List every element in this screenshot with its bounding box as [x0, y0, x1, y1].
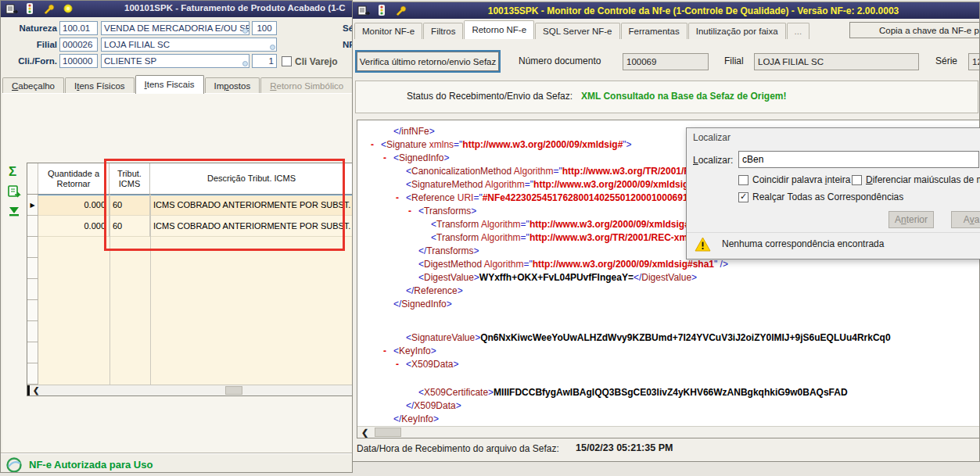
tab-filtros[interactable]: Filtros	[423, 23, 463, 39]
find-dialog-title: Localizar	[693, 132, 731, 143]
whole-word-checkbox[interactable]	[738, 175, 748, 185]
scrollbar-thumb[interactable]	[225, 386, 242, 395]
natureza-code-field[interactable]: 100.01	[59, 21, 98, 35]
traffic-light-icon[interactable]	[24, 3, 37, 15]
xml-hscrollbar[interactable]: ❮	[357, 426, 980, 438]
tab-itens-fisicos[interactable]: Itens Físicos	[65, 77, 135, 94]
xml-line: -<X509Data>	[357, 358, 980, 371]
tab-cabecalho[interactable]: Cabeçalho	[2, 77, 64, 94]
wrench-icon[interactable]	[395, 5, 407, 16]
tab-impostos[interactable]: Impostos	[205, 77, 260, 94]
xml-line: -<KeyInfo>	[357, 345, 980, 358]
datetime-value: 15/02/23 05:21:35 PM	[576, 442, 673, 453]
wrench-icon[interactable]	[43, 3, 56, 15]
export-icon[interactable]	[357, 5, 370, 16]
nfe-status-text: NF-e Autorizada para Uso	[29, 459, 153, 471]
scrollbar-thumb[interactable]	[375, 428, 401, 437]
tab-ferramentas[interactable]: Ferramentas	[621, 23, 687, 39]
whole-word-label: Coincidir palavra inteira	[752, 174, 850, 185]
tab-itens-fiscais[interactable]: Itens Fiscais	[135, 75, 204, 94]
xml-line: <DigestMethod Algorithm="http://www.w3.o…	[357, 258, 980, 271]
datetime-label: Data/Hora de Recebimento do arquivo da S…	[357, 443, 559, 454]
find-label: Localizar:	[693, 155, 733, 166]
right-window-title: 100135SPK - Monitor de Controle da Nf-e …	[488, 5, 899, 16]
xml-line: </SignedInfo>	[357, 298, 980, 311]
cli-loja-field[interactable]: 1	[252, 54, 277, 68]
find-dialog-titlebar[interactable]: Localizar	[687, 128, 980, 147]
lightbulb-icon[interactable]	[62, 3, 74, 15]
export-icon[interactable]	[5, 3, 18, 15]
tab-retorno-nfe[interactable]: Retorno NF-e	[464, 20, 534, 39]
row-header-cell	[27, 216, 38, 237]
filial-label: Filial	[2, 38, 57, 52]
cell-qty[interactable]: 0.000	[38, 195, 109, 216]
sefaz-status-panel: Status do Recebimento/Envio da Sefaz: XM…	[355, 81, 978, 113]
tab-monitor-nfe[interactable]: Monitor NF-e	[354, 23, 422, 39]
filial-label: Filial	[724, 55, 744, 66]
collapse-icon[interactable]: -	[371, 138, 381, 152]
cli-varejo-checkbox[interactable]	[282, 56, 292, 66]
left-window-title: 100101SPK - Faturamento de Produto Acaba…	[124, 3, 346, 13]
natureza-desc-field[interactable]: VENDA DE MERCADORIA E/OU SERVI	[101, 21, 249, 35]
statusbar-divider	[1, 453, 353, 454]
natureza-label: Natureza	[2, 21, 57, 36]
warning-icon	[695, 237, 711, 255]
scroll-left-icon[interactable]: ❮	[361, 428, 368, 438]
cli-forn-label: Cli./Forn.	[2, 54, 57, 69]
xml-line: <SignatureValue>Qn6NxKiwcWeeYoUwALHZdWvy…	[357, 331, 980, 345]
tab-inutilizacao[interactable]: Inutilização por faixa	[688, 23, 786, 39]
row-cursor-marker: ▶	[27, 195, 38, 216]
collapse-icon[interactable]: -	[383, 152, 393, 165]
collapse-icon[interactable]: -	[408, 205, 418, 218]
next-button[interactable]: Ava	[951, 211, 980, 228]
xml-line: </Reference>	[357, 285, 980, 298]
annotation-rectangle	[104, 159, 345, 251]
cell-qty[interactable]: 0.000	[38, 216, 109, 237]
cli-desc-field[interactable]: CLIENTE SP	[101, 54, 249, 68]
natureza-extra-field[interactable]: 100	[252, 21, 277, 35]
sefaz-status-label: Status do Recebimento/Envio da Sefaz:	[407, 91, 573, 102]
traffic-light-icon[interactable]	[376, 5, 389, 16]
numero-documento-label: Número documento	[519, 55, 601, 66]
collapse-icon[interactable]: -	[396, 358, 406, 371]
cli-code-field[interactable]: 100000	[59, 54, 98, 68]
cli-varejo-label: Cli Varejo	[295, 56, 338, 67]
goto-bottom-icon[interactable]	[8, 205, 20, 220]
filial-desc-field[interactable]: LOJA FILIAL SC	[101, 38, 277, 52]
highlight-all-checkbox[interactable]	[738, 192, 748, 202]
serie-field[interactable]: 12	[968, 53, 980, 70]
grid-corner-cell	[27, 163, 38, 194]
warning-text: Nenhuma correspondência encontrada	[722, 238, 884, 249]
collapse-icon[interactable]: -	[396, 191, 406, 205]
xml-line: <DigestValue>WYxffh+OKX+FvL04PUvfFIngeaY…	[357, 271, 980, 285]
xml-line: </X509Data>	[357, 399, 980, 413]
match-case-label: Diferenciar maiúsculas de minú	[866, 174, 980, 185]
empty-row-headers	[27, 237, 38, 385]
match-case-checkbox[interactable]	[852, 175, 862, 185]
tab-retorno-simbolico: Retorno Simbólico	[260, 77, 353, 94]
filial-code-field[interactable]: 000026	[59, 38, 98, 52]
collapse-icon[interactable]: -	[383, 345, 393, 358]
scroll-left-icon[interactable]: ❮	[33, 385, 39, 395]
previous-button[interactable]: Anterior	[888, 211, 934, 228]
left-tabbar: Cabeçalho Itens Físicos Itens Fiscais Im…	[2, 75, 353, 94]
grid-hscrollbar[interactable]: ❮	[27, 385, 353, 395]
xml-line: <X509Certificate>MIIIFDCCBfygAwIBAgIQQ3B…	[357, 386, 980, 399]
export-grid-icon[interactable]	[7, 184, 21, 202]
tab-overflow[interactable]: ...	[787, 23, 810, 39]
xml-line: </KeyInfo>	[357, 413, 980, 426]
right-titlebar: 100135SPK - Monitor de Controle da Nf-e …	[353, 2, 979, 19]
verify-sefaz-button[interactable]: Verifica último retorno/envio Sefaz	[357, 52, 499, 71]
nfe-logo-icon	[5, 456, 23, 473]
find-input[interactable]	[738, 151, 979, 168]
filial-field[interactable]: LOJA FILIAL SC	[754, 53, 919, 70]
sefaz-status-value: XML Consultado na Base da Sefaz de Orige…	[581, 91, 787, 102]
numero-documento-field[interactable]: 100069	[623, 53, 709, 70]
left-titlebar: 100101SPK - Faturamento de Produto Acaba…	[1, 1, 352, 17]
right-tabbar: Monitor NF-e Filtros Retorno NF-e SQL Se…	[354, 20, 810, 39]
sum-icon[interactable]: Σ	[9, 164, 16, 180]
tab-sql-server-nfe[interactable]: SQL Server NF-e	[535, 23, 619, 39]
serie-label: Série	[935, 55, 957, 66]
copy-nfe-key-button[interactable]: Copia a chave da NF-e para a	[849, 22, 980, 38]
col-header-quantidade[interactable]: Quantidade aRetornar	[38, 163, 109, 194]
